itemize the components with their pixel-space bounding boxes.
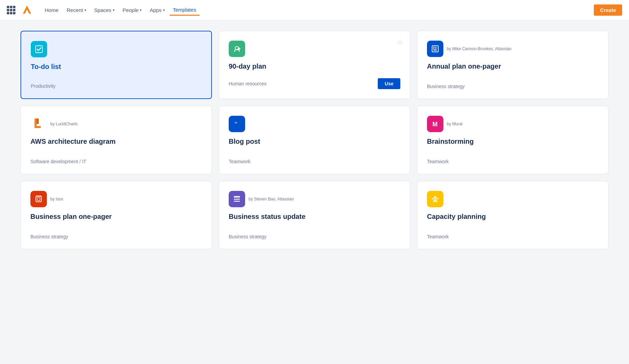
spaces-chevron: ▾	[113, 8, 115, 12]
nav-home[interactable]: Home	[41, 5, 62, 15]
svg-rect-3	[432, 46, 438, 52]
nav-apps[interactable]: Apps ▾	[146, 5, 168, 15]
card-category: Teamwork	[427, 234, 449, 239]
card-icon-capacity	[427, 191, 443, 207]
card-icon-wrap	[229, 41, 245, 57]
svg-rect-11	[37, 198, 40, 200]
nav-spaces[interactable]: Spaces ▾	[91, 5, 118, 15]
svg-rect-16	[234, 196, 240, 197]
svg-rect-10	[36, 196, 41, 202]
card-by: by Steven Bao, Atlassian	[249, 196, 294, 202]
svg-rect-6	[436, 48, 437, 49]
card-bottom: Software development / IT	[30, 159, 202, 164]
card-top	[31, 41, 202, 57]
use-template-button[interactable]: Use	[378, 78, 400, 89]
card-icon-brainstorming: M	[427, 116, 443, 132]
card-title: AWS architecture diagram	[30, 137, 202, 146]
card-category: Business strategy	[229, 234, 267, 239]
card-icon-wrap: by Mike Cannon-Brookes, Atlassian	[427, 41, 511, 57]
card-top: by LucidCharts	[30, 116, 202, 132]
logo[interactable]	[21, 4, 33, 16]
card-top	[427, 191, 599, 207]
card-icon-wrap: M by Mural	[427, 116, 463, 132]
card-top: by Mike Cannon-Brookes, Atlassian	[427, 41, 599, 57]
nav-templates[interactable]: Templates	[170, 5, 200, 16]
card-aws-arch[interactable]: by LucidCharts AWS architecture diagram …	[21, 106, 212, 174]
card-bottom: Business strategy	[229, 234, 400, 239]
lucid-icon	[30, 116, 47, 132]
svg-point-17	[434, 197, 436, 199]
card-icon-wrap: by Steven Bao, Atlassian	[229, 191, 294, 207]
card-biz-plan[interactable]: by Isos Business plan one-pager Business…	[21, 181, 212, 249]
svg-text:": "	[235, 121, 237, 128]
svg-rect-4	[433, 47, 436, 49]
card-bottom: Teamwork	[427, 234, 599, 239]
card-title: Annual plan one-pager	[427, 62, 599, 71]
svg-rect-18	[434, 199, 436, 202]
card-bottom: Business strategy	[30, 234, 202, 239]
card-category: Teamwork	[229, 159, 251, 164]
card-biz-status[interactable]: by Steven Bao, Atlassian Business status…	[219, 181, 410, 249]
card-bottom: Teamwork	[229, 159, 400, 164]
create-button[interactable]: Create	[594, 4, 622, 16]
svg-rect-7	[433, 50, 437, 51]
svg-rect-12	[36, 196, 41, 197]
card-category: Software development / IT	[30, 159, 86, 164]
navbar: Home Recent ▾ Spaces ▾ People ▾ Apps ▾ T…	[0, 0, 629, 20]
card-top: by Isos	[30, 191, 202, 207]
card-by: by Mike Cannon-Brookes, Atlassian	[447, 46, 511, 52]
svg-text:M: M	[432, 121, 438, 128]
nav-recent[interactable]: Recent ▾	[63, 5, 90, 15]
card-title: Blog post	[229, 137, 400, 146]
card-annual-plan[interactable]: by Mike Cannon-Brookes, Atlassian Annual…	[417, 31, 608, 99]
card-blog-post[interactable]: " Blog post Teamwork	[219, 106, 410, 174]
card-bottom: Teamwork	[427, 159, 599, 164]
card-icon-todo-list	[31, 41, 47, 57]
card-todo-list[interactable]: To-do list Productivity	[21, 31, 212, 99]
card-category: Business strategy	[427, 84, 465, 89]
svg-rect-5	[436, 47, 437, 48]
card-category: Productivity	[31, 83, 55, 89]
nav-people[interactable]: People ▾	[119, 5, 145, 15]
card-title: 90-day plan	[229, 62, 400, 71]
card-title: Brainstorming	[427, 137, 599, 146]
card-title: Business status update	[229, 212, 400, 221]
svg-rect-14	[234, 199, 240, 200]
apps-chevron: ▾	[163, 8, 165, 12]
card-top: M by Mural	[427, 116, 599, 132]
card-brainstorming[interactable]: M by Mural Brainstorming Teamwork	[417, 106, 608, 174]
card-title: To-do list	[31, 62, 202, 71]
svg-rect-15	[234, 201, 240, 202]
card-icon-wrap: "	[229, 116, 245, 132]
template-grid: To-do list Productivity ☆ 90-day plan Hu…	[21, 31, 608, 249]
card-icon-wrap	[31, 41, 47, 57]
card-icon-annual-plan	[427, 41, 443, 57]
card-icon-wrap: by LucidCharts	[30, 116, 78, 132]
card-by: by LucidCharts	[50, 121, 78, 127]
card-top: "	[229, 116, 400, 132]
card-bottom: Business strategy	[427, 84, 599, 89]
recent-chevron: ▾	[84, 8, 86, 12]
card-by: by Mural	[447, 121, 463, 127]
apps-grid-icon[interactable]	[7, 6, 15, 14]
card-by: by Isos	[50, 196, 63, 202]
card-bottom: Human resources Use	[229, 78, 400, 89]
card-title: Capacity planning	[427, 212, 599, 221]
card-icon-biz-plan	[30, 191, 47, 207]
card-icon-90-day-plan	[229, 41, 245, 57]
people-chevron: ▾	[140, 8, 142, 12]
card-category: Business strategy	[30, 234, 68, 239]
card-category: Human resources	[229, 81, 267, 86]
card-title: Business plan one-pager	[30, 212, 202, 221]
card-icon-wrap	[427, 191, 443, 207]
card-icon-blog-post: "	[229, 116, 245, 132]
main-content: To-do list Productivity ☆ 90-day plan Hu…	[0, 20, 629, 364]
card-90-day-plan[interactable]: ☆ 90-day plan Human resources Use	[219, 31, 410, 99]
card-icon-biz-status	[229, 191, 245, 207]
card-bottom: Productivity	[31, 83, 202, 89]
card-top: by Steven Bao, Atlassian	[229, 191, 400, 207]
card-capacity[interactable]: Capacity planning Teamwork	[417, 181, 608, 249]
card-category: Teamwork	[427, 159, 449, 164]
card-icon-wrap: by Isos	[30, 191, 63, 207]
favorite-star[interactable]: ☆	[397, 38, 403, 46]
